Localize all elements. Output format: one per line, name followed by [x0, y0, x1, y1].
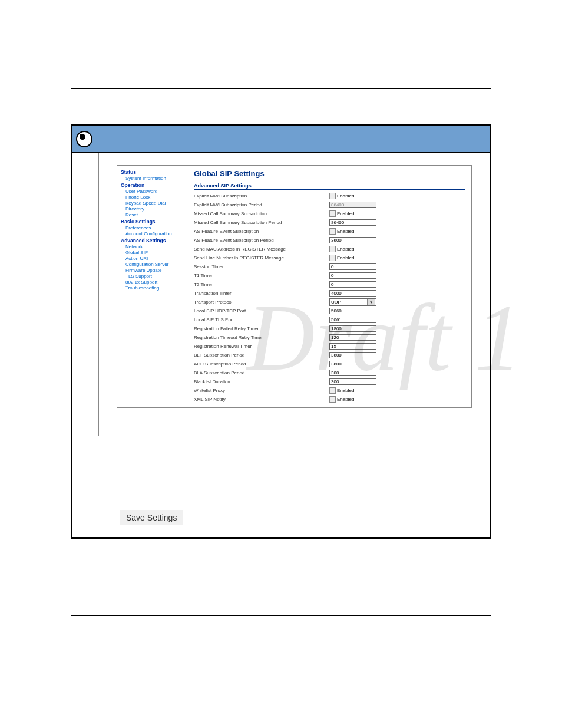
- text-input[interactable]: [329, 325, 376, 332]
- form-row: Transaction Timer: [194, 289, 465, 298]
- nav-item[interactable]: Directory: [125, 206, 184, 212]
- nav-item[interactable]: System Information: [125, 176, 184, 181]
- text-input[interactable]: [329, 370, 376, 376]
- checkbox-label: Enabled: [337, 388, 354, 393]
- text-input[interactable]: [329, 308, 376, 314]
- bottom-rule: [71, 615, 491, 616]
- field-label: Whitelist Proxy: [194, 388, 329, 393]
- form-row: Explicit MWI Subscription Period: [194, 200, 465, 209]
- field-label: T1 Timer: [194, 273, 329, 278]
- form-row: Session Timer: [194, 262, 465, 271]
- nav-item[interactable]: 802.1x Support: [125, 279, 184, 285]
- field-label: BLF Subscription Period: [194, 353, 329, 358]
- field-control: [329, 290, 376, 297]
- text-input[interactable]: [329, 219, 376, 226]
- text-input[interactable]: [329, 378, 376, 385]
- text-input[interactable]: [329, 352, 376, 358]
- text-input[interactable]: [329, 343, 376, 350]
- field-label: Explicit MWI Subscription Period: [194, 202, 329, 207]
- checkbox[interactable]: [329, 396, 336, 403]
- nav-item[interactable]: Keypad Speed Dial: [125, 200, 184, 206]
- text-input[interactable]: [329, 272, 376, 279]
- select[interactable]: UDP▼: [329, 298, 376, 306]
- field-label: AS-Feature-Event Subscription Period: [194, 238, 329, 243]
- field-label: Transaction Timer: [194, 291, 329, 296]
- checkbox[interactable]: [329, 210, 336, 217]
- field-label: Session Timer: [194, 264, 329, 269]
- checkbox-label: Enabled: [337, 193, 354, 199]
- checkbox-label: Enabled: [337, 397, 354, 402]
- text-input[interactable]: [329, 361, 376, 367]
- nav-item[interactable]: Configuration Server: [125, 262, 184, 267]
- field-control: [329, 219, 376, 226]
- form-area: Global SIP Settings Advanced SIP Setting…: [188, 166, 471, 407]
- section-title: Advanced SIP Settings: [194, 183, 465, 190]
- nav-item[interactable]: Network: [125, 244, 184, 249]
- nav-item[interactable]: Troubleshooting: [125, 285, 184, 291]
- form-row: Local SIP UDP/TCP Port: [194, 307, 465, 315]
- field-control: [329, 202, 376, 208]
- form-row: Explicit MWI Subscription Enabled: [194, 192, 465, 200]
- form-row: AS-Feature-Event Subscription Enabled: [194, 227, 465, 236]
- app-window: Draft 1 StatusSystem InformationOperatio…: [71, 124, 491, 539]
- checkbox[interactable]: [329, 387, 336, 394]
- checkbox[interactable]: [329, 193, 336, 199]
- field-label: BLA Subscription Period: [194, 370, 329, 375]
- text-input[interactable]: [329, 317, 376, 323]
- top-rule: [71, 88, 491, 89]
- checkbox-label: Enabled: [337, 246, 354, 252]
- form-row: Registration Renewal Timer: [194, 342, 465, 351]
- text-input[interactable]: [329, 263, 376, 270]
- field-label: Transport Protocol: [194, 299, 329, 305]
- nav-item[interactable]: TLS Support: [125, 274, 184, 279]
- nav-header: Basic Settings: [121, 219, 184, 225]
- form-row: Registration Timeout Retry Timer: [194, 333, 465, 342]
- text-input: [329, 202, 376, 208]
- field-control: [329, 334, 376, 341]
- field-control: [329, 237, 376, 243]
- nav-item[interactable]: User Password: [125, 189, 184, 194]
- nav-item[interactable]: Action URI: [125, 256, 184, 261]
- checkbox[interactable]: [329, 228, 336, 235]
- form-row: T2 Timer: [194, 280, 465, 289]
- field-control: Enabled: [329, 255, 354, 261]
- nav-item[interactable]: Reset: [125, 212, 184, 218]
- field-control: [329, 370, 376, 376]
- field-label: Missed Call Summary Subscription Period: [194, 220, 329, 225]
- form-row: BLF Subscription Period: [194, 351, 465, 360]
- field-label: Registration Renewal Timer: [194, 344, 329, 349]
- save-settings-button[interactable]: Save Settings: [120, 510, 183, 525]
- window-titlebar: [72, 126, 490, 152]
- nav-item[interactable]: Preferences: [125, 225, 184, 230]
- nav-item[interactable]: Global SIP: [125, 250, 184, 255]
- text-input[interactable]: [329, 290, 376, 297]
- nav-item[interactable]: Phone Lock: [125, 195, 184, 200]
- field-control: [329, 352, 376, 358]
- field-control: [329, 325, 376, 332]
- field-control: [329, 361, 376, 367]
- form-row: Missed Call Summary Subscription Enabled: [194, 209, 465, 218]
- form-row: Transport ProtocolUDP▼: [194, 298, 465, 307]
- form-row: Send Line Number in REGISTER Message Ena…: [194, 253, 465, 262]
- form-row: Send MAC Address in REGISTER Message Ena…: [194, 245, 465, 253]
- field-control: [329, 317, 376, 323]
- nav-header: Advanced Settings: [121, 238, 184, 243]
- text-input[interactable]: [329, 334, 376, 341]
- field-control: Enabled: [329, 210, 354, 217]
- field-control: [329, 263, 376, 270]
- nav-item[interactable]: Account Configuration: [125, 231, 184, 236]
- form-row: T1 Timer: [194, 271, 465, 280]
- checkbox[interactable]: [329, 246, 336, 252]
- field-control: [329, 281, 376, 288]
- field-label: Registration Timeout Retry Timer: [194, 335, 329, 340]
- field-label: T2 Timer: [194, 282, 329, 287]
- text-input[interactable]: [329, 281, 376, 288]
- text-input[interactable]: [329, 237, 376, 243]
- checkbox[interactable]: [329, 255, 336, 261]
- form-row: Whitelist Proxy Enabled: [194, 386, 465, 395]
- nav-header: Operation: [121, 182, 184, 188]
- checkbox-label: Enabled: [337, 255, 354, 261]
- nav-item[interactable]: Firmware Update: [125, 268, 184, 273]
- field-control: [329, 272, 376, 279]
- checkbox-label: Enabled: [337, 229, 354, 234]
